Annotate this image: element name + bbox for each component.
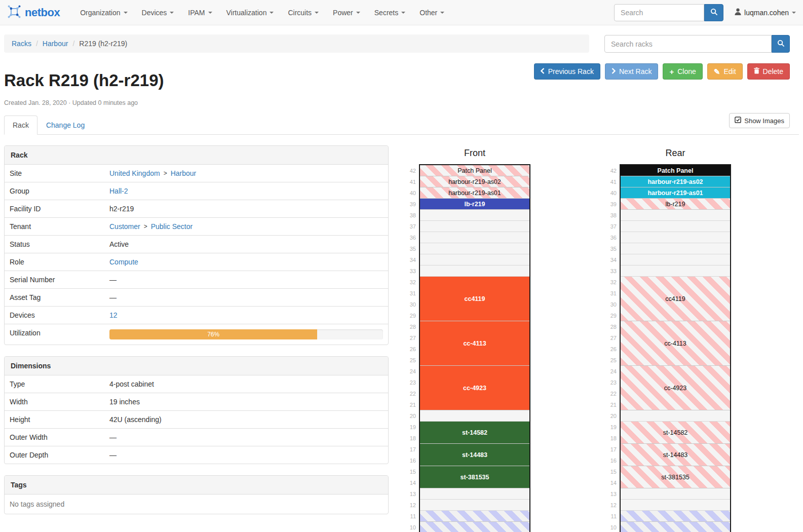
nav-menu-other[interactable]: Other xyxy=(412,0,451,25)
rack-panel-header: Rack xyxy=(5,146,388,165)
front-rack-frame: Patch Panelharbour-r219-as02harbour-r219… xyxy=(419,164,530,532)
nav-menu-secrets[interactable]: Secrets xyxy=(367,0,412,25)
rack-reservation[interactable] xyxy=(420,522,529,532)
tab-rack[interactable]: Rack xyxy=(4,116,37,135)
plus-icon: + xyxy=(669,68,674,75)
unit-number: 35 xyxy=(601,243,617,254)
user-menu[interactable]: luqman.cohen xyxy=(735,8,796,17)
dimensions-panel: Dimensions Type4-post cabinetWidth19 inc… xyxy=(4,356,389,464)
rack-unit-empty[interactable] xyxy=(621,243,730,254)
rack-panel-body: SiteUnited Kingdom>HarbourGroupHall-2Fac… xyxy=(5,165,388,345)
rack-unit-empty[interactable] xyxy=(621,254,730,265)
rack-slot[interactable]: harbour-r219-as02 xyxy=(621,176,730,187)
row-value-link[interactable]: 12 xyxy=(109,311,118,319)
nav-menu-ipam[interactable]: IPAM xyxy=(181,0,219,25)
row-label: Utilization xyxy=(5,324,104,345)
nav-menu-virtualization[interactable]: Virtualization xyxy=(219,0,281,25)
rack-unit-empty[interactable] xyxy=(420,500,529,511)
row-value-link[interactable]: Hall-2 xyxy=(109,187,128,195)
nav-menu-label: IPAM xyxy=(188,9,205,17)
rack-unit-empty[interactable] xyxy=(621,410,730,422)
breadcrumb-item-2[interactable]: Harbour xyxy=(43,40,68,48)
show-images-button[interactable]: Show Images xyxy=(729,113,790,128)
rack-unit-empty[interactable] xyxy=(420,232,529,243)
row-value: 4-post cabinet xyxy=(104,375,388,393)
previous-rack-label: Previous Rack xyxy=(548,67,594,75)
row-value-link[interactable]: Customer xyxy=(109,222,140,231)
nav-menu-power[interactable]: Power xyxy=(326,0,367,25)
row-value-link[interactable]: Harbour xyxy=(171,169,197,177)
unit-number: 33 xyxy=(401,265,416,277)
unit-number: 32 xyxy=(601,277,617,288)
row-label: Tenant xyxy=(5,218,104,235)
rack-slot[interactable]: lb-r219 xyxy=(420,199,529,210)
unit-number: 24 xyxy=(601,366,617,377)
rack-reservation[interactable] xyxy=(621,511,730,522)
rack-unit-empty[interactable] xyxy=(420,210,529,221)
clone-button[interactable]: + Clone xyxy=(663,63,702,80)
rack-slot[interactable]: cc-4923 xyxy=(420,366,529,410)
rack-search-input[interactable] xyxy=(604,35,772,53)
next-rack-button[interactable]: Next Rack xyxy=(605,63,659,80)
chevron-down-icon xyxy=(401,12,405,14)
nav-menu-organization[interactable]: Organization xyxy=(73,0,134,25)
edit-button[interactable]: ✎ Edit xyxy=(707,63,743,80)
rack-unit-empty[interactable] xyxy=(420,410,529,422)
rack-unit-empty[interactable] xyxy=(420,221,529,232)
nav-menu-circuits[interactable]: Circuits xyxy=(281,0,326,25)
rack-unit-empty[interactable] xyxy=(621,210,730,221)
rack-unit-empty[interactable] xyxy=(420,488,529,500)
rack-slot[interactable]: harbour-r219-as01 xyxy=(420,187,529,199)
rack-slot[interactable]: Patch Panel xyxy=(621,165,730,176)
rack-slot[interactable]: st-14483 xyxy=(621,444,730,466)
unit-number: 20 xyxy=(401,410,416,422)
rack-unit-empty[interactable] xyxy=(621,232,730,243)
nav-menu-label: Other xyxy=(419,9,437,17)
rack-slot[interactable]: lb-r219 xyxy=(621,199,730,210)
rack-slot[interactable]: cc4119 xyxy=(420,277,529,321)
nav-menu-label: Circuits xyxy=(288,9,312,17)
rack-slot[interactable]: cc-4113 xyxy=(621,321,730,366)
rack-slot[interactable]: cc-4113 xyxy=(420,321,529,366)
rack-slot[interactable]: cc4119 xyxy=(621,277,730,321)
row-value-link[interactable]: Public Sector xyxy=(151,222,193,231)
unit-number: 29 xyxy=(601,310,617,321)
tab-change-log[interactable]: Change Log xyxy=(37,116,93,135)
rack-slot[interactable]: harbour-r219-as01 xyxy=(621,187,730,199)
unit-number: 15 xyxy=(401,466,416,477)
rack-unit-empty[interactable] xyxy=(621,500,730,511)
row-value-link[interactable]: United Kingdom xyxy=(109,169,160,177)
nav-menu-devices[interactable]: Devices xyxy=(135,0,181,25)
breadcrumb-item-1[interactable]: Racks xyxy=(12,40,31,48)
rack-slot[interactable]: Patch Panel xyxy=(420,165,529,176)
rack-reservation[interactable] xyxy=(420,511,529,522)
rack-slot[interactable]: st-381535 xyxy=(420,466,529,488)
rack-slot[interactable]: st-14582 xyxy=(621,422,730,444)
rack-reservation[interactable] xyxy=(621,522,730,532)
row-value-link[interactable]: Compute xyxy=(109,258,138,266)
rack-slot[interactable]: st-14483 xyxy=(420,444,529,466)
rack-search-button[interactable] xyxy=(772,35,790,53)
rack-unit-empty[interactable] xyxy=(420,265,529,277)
clone-label: Clone xyxy=(677,67,696,75)
netbox-logo[interactable]: netbox xyxy=(7,5,60,20)
rack-unit-empty[interactable] xyxy=(420,243,529,254)
global-search-button[interactable] xyxy=(704,4,723,21)
unit-number: 40 xyxy=(401,187,416,199)
rack-slot[interactable]: st-14582 xyxy=(420,422,529,444)
table-row: StatusActive xyxy=(5,235,388,253)
row-label: Height xyxy=(5,411,104,428)
rack-slot[interactable]: st-381535 xyxy=(621,466,730,488)
row-value: — xyxy=(104,429,388,446)
rack-unit-empty[interactable] xyxy=(621,265,730,277)
previous-rack-button[interactable]: Previous Rack xyxy=(534,63,600,80)
unit-number: 25 xyxy=(601,355,617,366)
rack-slot[interactable]: cc-4923 xyxy=(621,366,730,410)
rack-unit-empty[interactable] xyxy=(621,488,730,500)
rack-slot[interactable]: harbour-r219-as02 xyxy=(420,176,529,187)
rack-unit-empty[interactable] xyxy=(621,221,730,232)
rack-unit-empty[interactable] xyxy=(420,254,529,265)
delete-button[interactable]: Delete xyxy=(747,63,790,80)
global-search-input[interactable] xyxy=(614,4,704,21)
unit-number: 21 xyxy=(601,399,617,410)
